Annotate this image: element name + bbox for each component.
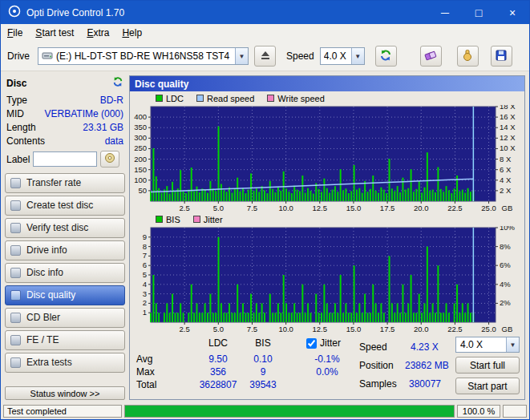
svg-text:7: 7 — [143, 251, 147, 260]
window-title: Opti Drive Control 1.70 — [26, 7, 124, 18]
svg-text:17.5: 17.5 — [380, 325, 395, 333]
svg-text:10%: 10% — [500, 226, 516, 232]
sidebar-item-disc-info[interactable]: Disc info — [5, 263, 125, 283]
menu-start-test[interactable]: Start test — [29, 25, 80, 41]
bis-swatch — [156, 216, 163, 223]
refresh-icon — [379, 49, 392, 64]
svg-text:100: 100 — [134, 176, 147, 184]
sidebar-item-label: Verify test disc — [26, 222, 88, 233]
disc-refresh-button[interactable] — [112, 76, 123, 90]
max-bis-value: 9 — [242, 366, 284, 378]
chevron-down-icon: ▼ — [506, 337, 519, 352]
jitter-checkbox[interactable] — [306, 338, 317, 349]
sidebar-item-transfer-rate[interactable]: Transfer rate — [5, 173, 125, 193]
test-speed-select[interactable]: 4.0 X ▼ — [455, 337, 520, 353]
sidebar-item-extra-tests[interactable]: Extra tests — [5, 353, 125, 373]
drive-label: Drive — [7, 50, 30, 62]
position-stat-label: Position — [359, 360, 394, 371]
avg-ldc-value: 9.50 — [197, 353, 239, 365]
disc-sidebar: Disc Type BD-R MID VERBATIMe (000) — [1, 71, 127, 403]
svg-text:10.0: 10.0 — [278, 204, 293, 212]
speed-stat-label: Speed — [359, 341, 387, 353]
svg-text:3: 3 — [143, 289, 147, 298]
menu-help[interactable]: Help — [115, 25, 148, 41]
svg-text:300: 300 — [134, 133, 147, 142]
svg-text:20.0: 20.0 — [414, 204, 429, 212]
sidebar-item-label: Create test disc — [26, 200, 93, 211]
write-speed-swatch — [267, 95, 274, 102]
svg-text:1: 1 — [143, 308, 147, 317]
field-label: Contents — [6, 135, 45, 147]
maximize-button[interactable]: □ — [462, 1, 496, 24]
drive-icon — [42, 50, 53, 63]
sidebar-item-create-test-disc[interactable]: Create test disc — [5, 196, 125, 216]
sidebar-item-verify-test-disc[interactable]: Verify test disc — [5, 218, 125, 238]
svg-text:18 X: 18 X — [500, 105, 516, 111]
field-value: data — [105, 135, 123, 147]
disc-field-mid: MID VERBATIMe (000) — [5, 107, 125, 121]
avg-label: Avg — [136, 353, 152, 365]
menu-file[interactable]: File — [1, 25, 29, 41]
sidebar-item-drive-info[interactable]: Drive info — [5, 240, 125, 260]
sidebar-item-label: CD Bler — [26, 312, 60, 323]
menu-extra[interactable]: Extra — [80, 25, 115, 41]
disc-field-type: Type BD-R — [5, 94, 125, 107]
svg-text:4 X: 4 X — [500, 176, 512, 184]
save-button[interactable] — [491, 46, 512, 67]
total-ldc-value: 3628807 — [197, 379, 239, 390]
start-part-button[interactable]: Start part — [455, 378, 520, 394]
svg-text:22.5: 22.5 — [447, 325, 463, 333]
chevron-down-icon: ▼ — [351, 48, 364, 64]
start-full-button[interactable]: Start full — [455, 357, 520, 374]
drive-select[interactable]: (E:) HL-DT-ST BD-RE WH16NS58 TST4 ▼ — [38, 47, 249, 65]
svg-text:GB: GB — [502, 325, 513, 333]
svg-text:200: 200 — [134, 155, 147, 164]
bis-chart: 1234567892%4%6%8%10%2.55.07.510.012.515.… — [130, 226, 524, 333]
legend-item: Read speed — [196, 94, 254, 103]
svg-text:150: 150 — [134, 165, 147, 174]
app-icon — [8, 5, 21, 21]
sidebar-item-disc-quality[interactable]: Disc quality — [5, 285, 125, 305]
disc-info-icon — [10, 268, 21, 278]
ldc-chart: 501001502002503003504002 X4 X6 X8 X10 X1… — [130, 105, 524, 212]
status-bar: Test completed 100.0 % — [1, 403, 529, 419]
hand-tool-button[interactable] — [457, 46, 479, 67]
eject-button[interactable] — [254, 46, 276, 67]
svg-text:8: 8 — [143, 242, 147, 251]
svg-text:15.0: 15.0 — [346, 204, 362, 212]
svg-text:350: 350 — [134, 123, 147, 131]
svg-text:12.5: 12.5 — [313, 204, 328, 212]
svg-text:250: 250 — [134, 143, 147, 152]
avg-bis-value: 0.10 — [242, 353, 284, 365]
close-button[interactable]: × — [496, 1, 529, 24]
svg-text:8%: 8% — [500, 242, 511, 251]
progress-fill — [125, 406, 454, 417]
svg-text:7.5: 7.5 — [247, 204, 257, 212]
svg-text:12.5: 12.5 — [313, 325, 328, 333]
erase-disc-button[interactable] — [420, 46, 442, 67]
sidebar-item-cd-bler[interactable]: CD Bler — [5, 308, 125, 328]
minimize-button[interactable]: ─ — [428, 1, 462, 24]
sidebar-item-fe-te[interactable]: FE / TE — [5, 330, 125, 350]
legend-item: LDC — [156, 94, 184, 103]
status-extra-box — [503, 405, 527, 418]
refresh-button[interactable] — [375, 46, 397, 67]
svg-text:22.5: 22.5 — [447, 204, 463, 212]
svg-text:GB: GB — [502, 204, 513, 212]
label-edit-button[interactable] — [100, 151, 119, 168]
label-input[interactable] — [33, 151, 97, 167]
sidebar-item-label: Drive info — [26, 244, 67, 256]
field-label: Type — [6, 95, 27, 107]
verify-test-disc-icon — [10, 223, 21, 233]
speed-select[interactable]: 4.0 X ▼ — [320, 47, 365, 65]
jitter-toggle[interactable]: Jitter — [306, 337, 341, 349]
status-window-button[interactable]: Status window >> — [5, 386, 125, 400]
transfer-rate-icon — [10, 178, 21, 188]
app-window: Opti Drive Control 1.70 ─ □ × File Start… — [0, 0, 530, 420]
svg-text:15.0: 15.0 — [346, 325, 362, 333]
read-speed-swatch — [196, 95, 204, 102]
sidebar-item-label: Transfer rate — [26, 177, 81, 188]
bis-chart-legend: BIS Jitter — [130, 212, 524, 226]
field-value: 23.31 GB — [83, 122, 123, 134]
position-stat-value: 23862 MB — [405, 360, 449, 371]
